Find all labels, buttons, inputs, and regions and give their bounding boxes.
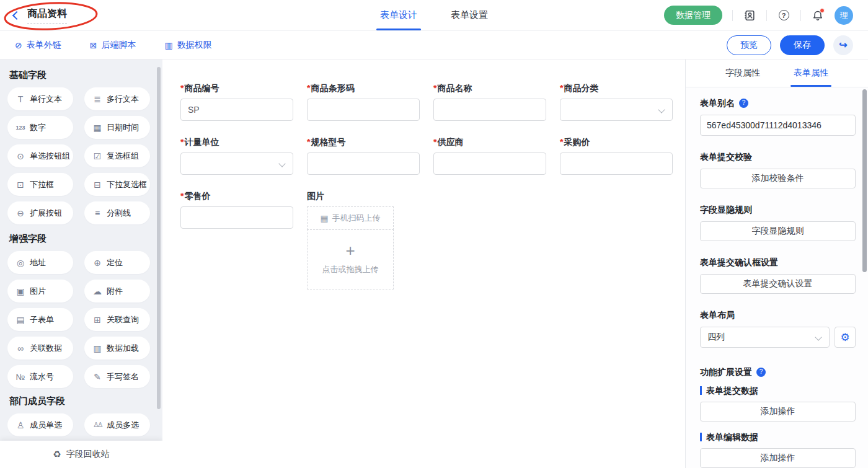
- field-supplier[interactable]: *供应商: [433, 136, 546, 175]
- backend-script-button[interactable]: ⊠ 后端脚本: [90, 40, 136, 51]
- gear-icon: ⚙: [840, 331, 849, 344]
- qr-code-icon: ▦: [320, 213, 328, 223]
- help-badge-icon[interactable]: ?: [739, 99, 748, 108]
- sidebar-item-multi-dropdown[interactable]: ⊟下拉复选框: [84, 173, 150, 196]
- sidebar-item-datetime[interactable]: ▦日期时间: [84, 116, 150, 139]
- multi-dropdown-icon: ⊟: [92, 180, 102, 190]
- field-unit[interactable]: *计量单位: [180, 136, 293, 175]
- sidebar-item-signature[interactable]: ✎手写签名: [84, 365, 150, 388]
- sidebar-scrollbar[interactable]: [157, 67, 161, 409]
- tab-field-properties[interactable]: 字段属性: [725, 60, 760, 87]
- field-recycle-bin-button[interactable]: ♻ 字段回收站: [0, 441, 162, 468]
- add-submit-action-button[interactable]: 添加操作: [700, 402, 856, 422]
- add-validation-button[interactable]: 添加校验条件: [700, 169, 856, 188]
- purchase-price-input[interactable]: [560, 152, 673, 175]
- product-name-input[interactable]: [433, 99, 546, 121]
- help-badge-icon[interactable]: ?: [756, 368, 766, 377]
- field-product-category[interactable]: *商品分类: [560, 82, 673, 121]
- section-title-enhanced: 增强字段: [9, 233, 162, 245]
- barcode-input[interactable]: [307, 99, 420, 121]
- notification-bell-icon[interactable]: [811, 9, 825, 22]
- extension-settings-title: 功能扩展设置 ?: [700, 366, 856, 377]
- sidebar-item-checkbox-group[interactable]: ☑复选框组: [84, 144, 150, 167]
- field-spec-model[interactable]: *规格型号: [307, 136, 420, 175]
- visibility-rules-button[interactable]: 字段显隐规则: [700, 221, 856, 241]
- multi-text-icon: ≣: [92, 94, 102, 104]
- tab-form-design[interactable]: 表单设计: [378, 0, 420, 30]
- spec-model-input[interactable]: [307, 152, 420, 175]
- share-button[interactable]: ↪: [833, 35, 853, 55]
- form-layout-group: 表单布局 四列 ⚙: [700, 309, 856, 348]
- sidebar-item-attachment[interactable]: ☁附件: [84, 280, 150, 302]
- contacts-book-icon[interactable]: [743, 9, 756, 22]
- image-icon: ▣: [16, 286, 25, 296]
- drop-upload-zone[interactable]: + 点击或拖拽上传: [307, 229, 394, 289]
- sidebar-item-image[interactable]: ▣图片: [7, 280, 73, 302]
- sidebar-item-single-text[interactable]: T单行文本: [7, 87, 73, 110]
- required-mark: *: [180, 137, 184, 147]
- sidebar-item-serial-number[interactable]: №流水号: [7, 365, 73, 388]
- field-product-name[interactable]: *商品名称: [433, 82, 546, 121]
- field-image-upload[interactable]: 图片 ▦ 手机扫码上传 + 点击或拖拽上传: [307, 190, 420, 289]
- product-category-select[interactable]: [560, 99, 673, 121]
- form-alias-input[interactable]: 567ed45300d71112d4013346: [700, 115, 856, 136]
- sidebar-item-address[interactable]: ◎地址: [7, 251, 73, 274]
- sidebar-item-divider[interactable]: ≡分割线: [84, 201, 150, 224]
- sidebar-item-extend-button[interactable]: ⊖扩展按钮: [7, 201, 73, 224]
- product-code-input[interactable]: SP: [180, 99, 293, 121]
- submit-confirm-button[interactable]: 表单提交确认设置: [700, 274, 856, 294]
- sidebar-item-linked-query[interactable]: ⊞关联查询: [84, 308, 150, 331]
- external-link-button[interactable]: ⊘ 表单外链: [15, 40, 61, 51]
- enhanced-fields-grid: ◎地址 ⊕定位 ▣图片 ☁附件 ▤子表单 ⊞关联查询 ∞关联数据 ▥数据加载 №…: [7, 251, 162, 388]
- back-icon[interactable]: [12, 11, 21, 19]
- layout-settings-button[interactable]: ⚙: [835, 327, 856, 348]
- tab-form-settings[interactable]: 表单设置: [448, 0, 490, 30]
- properties-panel: 字段属性 表单属性 表单别名 ? 567ed45300d71112d401334…: [685, 60, 868, 468]
- dropdown-icon: ⊡: [16, 180, 25, 190]
- sidebar-item-number[interactable]: 123数字: [7, 116, 73, 139]
- pin-icon: ◎: [16, 258, 25, 268]
- field-purchase-price[interactable]: *采购价: [560, 136, 673, 175]
- data-permission-button[interactable]: ▥ 数据权限: [164, 40, 211, 51]
- sidebar-item-dropdown[interactable]: ⊡下拉框: [7, 173, 73, 196]
- page-title[interactable]: 商品资料: [27, 7, 67, 24]
- add-edit-action-button[interactable]: 添加操作: [700, 448, 856, 468]
- share-icon: ↪: [839, 39, 847, 51]
- sidebar-item-radio-group[interactable]: ⊙单选按钮组: [7, 144, 73, 167]
- checkbox-icon: ☑: [92, 151, 102, 161]
- divider: [732, 10, 733, 21]
- sidebar-item-member-multi[interactable]: ♙♙成员多选: [84, 413, 150, 436]
- cloud-icon: ☁: [92, 286, 102, 296]
- panel-tabs: 字段属性 表单属性: [686, 60, 868, 87]
- bar-chart-icon: ▥: [92, 343, 102, 353]
- pen-icon: ✎: [92, 372, 102, 382]
- field-retail-price[interactable]: *零售价: [180, 190, 293, 289]
- sidebar-item-linked-data[interactable]: ∞关联数据: [7, 337, 73, 360]
- save-button[interactable]: 保存: [780, 35, 825, 55]
- sidebar-item-multi-text[interactable]: ≣多行文本: [84, 87, 150, 110]
- layout-select[interactable]: 四列: [700, 327, 830, 348]
- help-icon[interactable]: ?: [777, 9, 790, 22]
- sidebar-item-member-single[interactable]: ♙成员单选: [7, 413, 73, 436]
- preview-button[interactable]: 预览: [727, 35, 771, 55]
- sidebar-item-data-load[interactable]: ▥数据加载: [84, 337, 150, 360]
- supplier-input[interactable]: [433, 152, 546, 175]
- divider-icon: ≡: [92, 208, 102, 218]
- linked-query-icon: ⊞: [92, 315, 102, 325]
- radio-icon: ⊙: [16, 151, 25, 161]
- section-marker: [700, 433, 702, 441]
- form-alias-group: 表单别名 ? 567ed45300d71112d4013346: [700, 97, 856, 136]
- unit-select[interactable]: [180, 152, 293, 175]
- avatar[interactable]: 理: [835, 6, 853, 25]
- field-product-code[interactable]: *商品编号 SP: [180, 82, 293, 121]
- panel-scrollbar[interactable]: [862, 89, 867, 272]
- retail-price-input[interactable]: [180, 206, 293, 229]
- person-icon: ♙: [16, 420, 25, 430]
- sidebar-item-locate[interactable]: ⊕定位: [84, 251, 150, 274]
- sidebar-item-subform[interactable]: ▤子表单: [7, 308, 73, 331]
- tab-form-properties[interactable]: 表单属性: [794, 60, 828, 87]
- form-canvas[interactable]: *商品编号 SP *商品条形码 *商品名称 *商品分类 *计量单位 *规格型号: [162, 60, 685, 468]
- field-barcode[interactable]: *商品条形码: [307, 82, 420, 121]
- scan-upload-button[interactable]: ▦ 手机扫码上传: [307, 206, 394, 230]
- data-manage-button[interactable]: 数据管理: [664, 6, 722, 25]
